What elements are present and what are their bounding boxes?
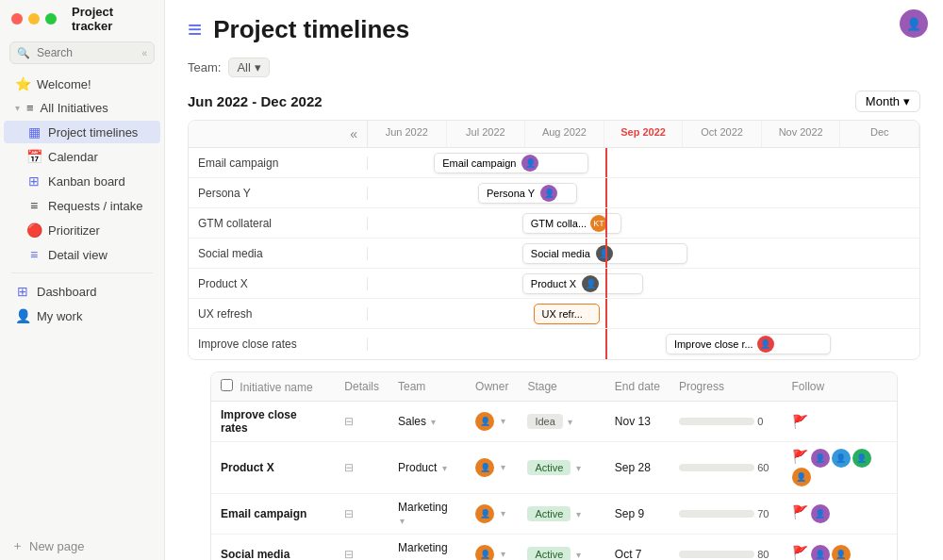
dropdown-arrow: ▾ xyxy=(400,516,405,526)
details-icon[interactable]: ⊟ xyxy=(344,548,354,560)
gantt-row-track: UX refr... xyxy=(368,299,919,328)
avatar: 👤 xyxy=(521,155,538,172)
timeline-section: Jun 2022 - Dec 2022 Month ▾ « Jun 2022 J… xyxy=(165,83,943,560)
stage-badge: Active xyxy=(527,460,571,475)
timeline-header: Jun 2022 - Dec 2022 Month ▾ xyxy=(188,83,920,120)
gantt-row: GTM collateral GTM colla... KT xyxy=(189,208,919,239)
search-icon: 🔍 xyxy=(17,47,30,59)
view-mode-selector[interactable]: Month ▾ xyxy=(855,91,920,112)
grid-icon: ▦ xyxy=(26,124,41,140)
sidebar-item-my-work[interactable]: 👤 My work xyxy=(4,305,160,327)
team-value: All xyxy=(237,60,250,74)
select-all-checkbox[interactable] xyxy=(221,379,233,391)
avatar: 👤 xyxy=(757,336,774,353)
gantt-bar-ux-refresh[interactable]: UX refr... xyxy=(534,304,600,324)
calendar-icon: 📅 xyxy=(26,149,41,164)
dropdown-arrow: ▾ xyxy=(576,509,581,519)
nav-divider xyxy=(11,272,153,273)
sidebar-item-project-timelines[interactable]: ▦ Project timelines xyxy=(4,121,160,143)
sidebar-item-label: Welcome! xyxy=(37,77,91,91)
table-row: Product X ⊟ Product ▾ 👤 ▾ Active ▾ Sep 2… xyxy=(211,442,897,494)
progress-value: 80 xyxy=(757,549,769,560)
minimize-button[interactable] xyxy=(28,13,40,25)
row-team: Product ▾ xyxy=(389,442,466,494)
table-row: Social media ⊟ Marketing ▾ 👤 ▾ Active ▾ … xyxy=(211,535,897,561)
sidebar-item-label: Calendar xyxy=(48,150,98,164)
owner-avatar: 👤 xyxy=(475,412,494,431)
gantt-row-label: GTM collateral xyxy=(189,217,368,230)
gantt-month: Sep 2022 xyxy=(604,121,684,147)
gantt-month: Aug 2022 xyxy=(525,121,604,147)
traffic-lights xyxy=(11,13,57,25)
stage-badge: Idea xyxy=(527,414,562,429)
sidebar-titlebar: Project tracker xyxy=(0,0,164,38)
today-line xyxy=(605,239,607,268)
avatar: 👤 xyxy=(582,275,599,292)
col-details: Details xyxy=(335,372,389,402)
collapse-icon[interactable]: « xyxy=(141,48,147,58)
gantt-bar-email-campaign[interactable]: Email campaign 👤 xyxy=(434,153,588,173)
sidebar-section-all-initiatives[interactable]: ▾ ≡ All Initiatives xyxy=(4,97,160,119)
avatar: 👤 xyxy=(540,185,557,202)
new-page-button[interactable]: ＋ New page xyxy=(0,532,164,560)
gantt-bar-product-x[interactable]: Product X 👤 xyxy=(522,273,644,294)
team-filter-pill[interactable]: All ▾ xyxy=(228,58,269,77)
sidebar-item-prioritizer[interactable]: 🔴 Prioritizer xyxy=(4,219,160,241)
stage-badge: Active xyxy=(527,547,571,560)
sidebar-item-label: Requests / intake xyxy=(48,199,142,213)
gantt-row-label: Product X xyxy=(189,277,368,290)
row-progress: 0 xyxy=(670,402,783,442)
flag-icon[interactable]: 🚩 xyxy=(792,504,808,519)
follower-avatar: 👤 xyxy=(811,449,830,468)
details-icon[interactable]: ⊟ xyxy=(344,461,354,474)
app-title: Project tracker xyxy=(72,5,153,33)
sidebar-item-calendar[interactable]: 📅 Calendar xyxy=(4,145,160,168)
team-filter-row: Team: All ▾ xyxy=(165,52,943,83)
gantt-bar-improve-close[interactable]: Improve close r... 👤 xyxy=(666,334,832,354)
row-owner: 👤 ▾ xyxy=(466,402,518,442)
flag-icon[interactable]: 🚩 xyxy=(792,545,808,560)
close-button[interactable] xyxy=(11,13,23,25)
row-team: Marketing ▾ xyxy=(389,494,466,535)
today-line xyxy=(605,178,607,207)
details-icon[interactable]: ⊟ xyxy=(344,415,354,428)
stage-badge: Active xyxy=(527,506,571,521)
col-team: Team xyxy=(389,372,466,402)
follower-avatar: 👤 xyxy=(832,545,851,560)
sidebar-item-welcome[interactable]: ⭐ Welcome! xyxy=(4,73,160,95)
today-line xyxy=(605,148,607,177)
user-avatar[interactable]: 👤 xyxy=(900,9,928,38)
row-details: ⊟ xyxy=(335,442,389,494)
gantt-header: « Jun 2022 Jul 2022 Aug 2022 Sep 2022 Oc… xyxy=(189,121,919,148)
details-icon[interactable]: ⊟ xyxy=(344,507,354,520)
gantt-bar-persona-y[interactable]: Persona Y 👤 xyxy=(478,183,577,204)
row-stage: Active ▾ xyxy=(518,442,604,494)
gantt-row: Product X Product X 👤 xyxy=(189,269,919,299)
maximize-button[interactable] xyxy=(45,13,57,25)
row-stage: Active ▾ xyxy=(518,535,604,561)
sidebar-item-label: Kanban board xyxy=(48,174,125,189)
gantt-row-label: Email campaign xyxy=(189,156,368,170)
follower-avatar: 👤 xyxy=(852,449,871,468)
team-label: Team: xyxy=(188,60,221,74)
col-enddate: End date xyxy=(605,372,670,402)
initiatives-table: Initiative name Details Team Owner Stage… xyxy=(210,371,898,560)
search-input[interactable] xyxy=(9,41,155,64)
page-icon: ≡ xyxy=(188,15,202,44)
sidebar-item-kanban[interactable]: ⊞ Kanban board xyxy=(4,170,160,192)
flag-icon[interactable]: 🚩 xyxy=(792,414,808,429)
flag-icon[interactable]: 🚩 xyxy=(792,449,808,464)
sidebar-item-requests[interactable]: ≡ Requests / intake xyxy=(4,194,160,217)
progress-bar xyxy=(679,510,754,518)
col-progress: Progress xyxy=(670,372,783,402)
sidebar-item-detail-view[interactable]: ≡ Detail view xyxy=(4,243,160,266)
gantt-month: Dec xyxy=(840,121,919,147)
sidebar-item-dashboard[interactable]: ⊞ Dashboard xyxy=(4,280,160,303)
row-follow: 🚩 👤👤 xyxy=(783,535,897,561)
progress-bar xyxy=(679,551,754,558)
table-row: Email campaign ⊟ Marketing ▾ 👤 ▾ Active … xyxy=(211,494,897,535)
row-team: Sales ▾ xyxy=(389,402,466,442)
row-team: Marketing ▾ xyxy=(389,535,466,561)
gantt-collapse-icon[interactable]: « xyxy=(350,126,357,141)
gantt-row-label: Social media xyxy=(189,247,368,260)
